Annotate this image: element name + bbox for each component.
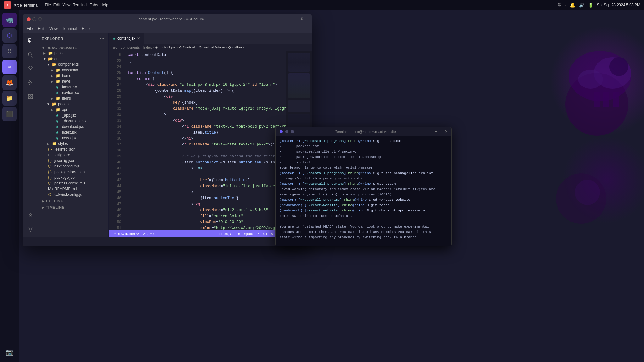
tree-item-items[interactable]: ▶ 📁 items: [38, 96, 108, 101]
tree-item-label: download: [62, 68, 78, 72]
tree-item-label: README.md: [54, 187, 77, 191]
menu-tabs[interactable]: Tabs: [90, 3, 98, 7]
tree-item-pages[interactable]: ▼ 📂 pages: [38, 101, 108, 107]
code-line: <Link: [126, 166, 286, 172]
terminal-minimize-icon[interactable]: −: [435, 129, 437, 134]
tray-notification-icon[interactable]: ⎗: [558, 3, 561, 8]
encoding-info[interactable]: UTF-8: [263, 232, 273, 236]
more-actions-icon[interactable]: ⋯: [305, 17, 308, 22]
explorer-label: EXPLORER: [42, 37, 64, 41]
tray-chevron-icon[interactable]: ›: [565, 3, 566, 7]
taskbar-icon-camera[interactable]: 📷: [2, 345, 17, 359]
taskbar-icon-firefox[interactable]: 🦊: [2, 75, 17, 90]
tab-close-icon[interactable]: ×: [137, 36, 140, 41]
tree-item-api[interactable]: ▶ 📁 api: [38, 107, 108, 112]
tree-item-news-jsx[interactable]: ◈ news.jsx: [38, 135, 108, 141]
svg-point-14: [31, 67, 32, 68]
rhino-svg: [543, 35, 638, 114]
tree-item-src[interactable]: ▼ 📂 src: [38, 56, 108, 62]
tree-item-package[interactable]: { } package.json: [38, 175, 108, 180]
tree-item-label: tailwind.config.js: [54, 192, 82, 197]
terminal-line: Note: switching to 'upstream/main'.: [280, 213, 447, 219]
outline-section[interactable]: ▶ OUTLINE: [38, 197, 108, 204]
accounts-activity-icon[interactable]: [25, 210, 36, 221]
tree-item-home[interactable]: ▶ 📁 home: [38, 73, 108, 79]
taskbar-icon-vscode[interactable]: ⌨: [2, 60, 17, 74]
code-content[interactable]: const contentData = [ ]; function Conten…: [124, 51, 286, 230]
terminal-controls: − □ ×: [435, 129, 447, 134]
menu-view[interactable]: View: [63, 3, 71, 7]
breadcrumb-file[interactable]: ◈ content.jsx: [155, 45, 175, 49]
tree-item-styles[interactable]: ▶ 📁 styles: [38, 141, 108, 146]
breadcrumb-src[interactable]: src: [113, 46, 117, 49]
terminal-maximize-icon[interactable]: □: [440, 129, 442, 134]
tray-volume-icon[interactable]: 🔊: [579, 3, 584, 8]
taskbar-icon-terminal[interactable]: ⬛: [2, 107, 17, 121]
tree-item-tailwind[interactable]: ⬡ tailwind.config.js: [38, 192, 108, 197]
tree-item-gitignore[interactable]: ◻ .gitignore: [38, 152, 108, 158]
search-activity-icon[interactable]: [25, 49, 36, 61]
tree-item-components[interactable]: ▼ 📂 components: [38, 62, 108, 67]
menu-terminal[interactable]: Terminal: [73, 3, 87, 7]
taskbar-icon-rhino[interactable]: 🦏: [2, 13, 17, 27]
breadcrumb-components[interactable]: components: [121, 46, 140, 49]
folder-icon: 📁: [56, 96, 61, 101]
tree-item-next-config[interactable]: ⬡ next.config.mjs: [38, 163, 108, 169]
error-count[interactable]: ⊘ 0 ⚠ 0: [143, 232, 155, 236]
breadcrumb-index[interactable]: index: [143, 46, 152, 49]
split-editor-icon[interactable]: ⧉: [301, 17, 303, 22]
tab-content-jsx[interactable]: ◈ content.jsx ×: [109, 33, 144, 44]
menu-help[interactable]: Help: [100, 3, 108, 7]
tree-item-download-jsx[interactable]: ◈ download.jsx: [38, 124, 108, 129]
taskbar-icon-grid[interactable]: ⠿: [2, 44, 17, 58]
tray-battery-icon[interactable]: 🔋: [588, 3, 593, 8]
tree-item-download[interactable]: ▶ 📁 download: [38, 67, 108, 73]
tree-item-postcss[interactable]: ⬡ postcss.config.mjs: [38, 180, 108, 186]
tree-item-eslint[interactable]: { } .eslintrc.json: [38, 146, 108, 152]
git-branch-status[interactable]: ⎇ newbranch ↻: [113, 232, 139, 236]
tree-item-package-lock[interactable]: { } package-lock.json: [38, 169, 108, 175]
menu-help-vscode[interactable]: Help: [82, 26, 90, 31]
left-taskbar: 🦏 ⬡ ⠿ ⌨ 🦊 📁 ⬛ 📷: [0, 10, 19, 362]
terminal-line: If you want to retain commits you create…: [280, 245, 447, 246]
maximize-button[interactable]: [38, 17, 42, 21]
cursor-position[interactable]: Ln 59, Col 15: [219, 232, 240, 236]
menu-edit[interactable]: Edit: [38, 26, 44, 31]
menu-view[interactable]: View: [49, 26, 58, 31]
taskbar-icon-files[interactable]: 📁: [2, 91, 17, 106]
spaces-info[interactable]: Spaces: 2: [244, 232, 259, 236]
menu-file[interactable]: File: [27, 26, 33, 31]
extensions-activity-icon[interactable]: [25, 91, 36, 102]
tree-item-app[interactable]: ◈ _app.jsx: [38, 112, 108, 118]
tree-item-document[interactable]: ◈ _document.jsx: [38, 118, 108, 124]
menu-file[interactable]: File: [45, 3, 51, 7]
close-button[interactable]: [27, 17, 31, 21]
sidebar-more-icon[interactable]: ⋯: [99, 36, 105, 41]
tree-arrow-icon: ▶: [51, 74, 56, 78]
timeline-section[interactable]: ▶ TIMELINE: [38, 204, 108, 210]
terminal-close-icon[interactable]: ×: [445, 129, 447, 134]
tray-bell-icon[interactable]: 🔔: [570, 3, 575, 8]
menu-edit[interactable]: Edit: [53, 3, 60, 7]
folder-icon: 📂: [52, 62, 57, 67]
tree-item-readme[interactable]: M↓ README.md: [38, 186, 108, 192]
tree-item-label: styles: [58, 141, 68, 146]
tree-item-public[interactable]: ▶ 📁 public: [38, 50, 108, 56]
minimize-button[interactable]: [32, 17, 36, 21]
tree-item-index[interactable]: ◈ index.jsx: [38, 129, 108, 135]
taskbar-icon-search[interactable]: ⬡: [2, 28, 17, 43]
source-control-activity-icon[interactable]: [25, 63, 36, 74]
breadcrumb-callback[interactable]: ⊙ contentData.map() callback: [199, 45, 245, 49]
menu-terminal-vscode[interactable]: Terminal: [63, 26, 77, 31]
terminal-content[interactable]: (master *) [~/pacstall-programs] rhino@r…: [276, 136, 451, 246]
tree-item-jsconfig[interactable]: { } jsconfig.json: [38, 158, 108, 163]
run-activity-icon[interactable]: [25, 77, 36, 88]
project-tree-section[interactable]: ▼ REACT-WEBSITE: [38, 44, 108, 50]
explorer-activity-icon[interactable]: [25, 36, 36, 47]
breadcrumb-content[interactable]: ⊙ Content: [179, 45, 195, 49]
sidebar-header: EXPLORER ⋯: [38, 33, 108, 44]
tree-item-news[interactable]: ▶ 📁 news: [38, 79, 108, 84]
tree-item-footer[interactable]: ◈ footer.jsx: [38, 84, 108, 90]
settings-activity-icon[interactable]: [25, 223, 36, 235]
tree-item-navbar[interactable]: ◈ navbar.jsx: [38, 90, 108, 96]
